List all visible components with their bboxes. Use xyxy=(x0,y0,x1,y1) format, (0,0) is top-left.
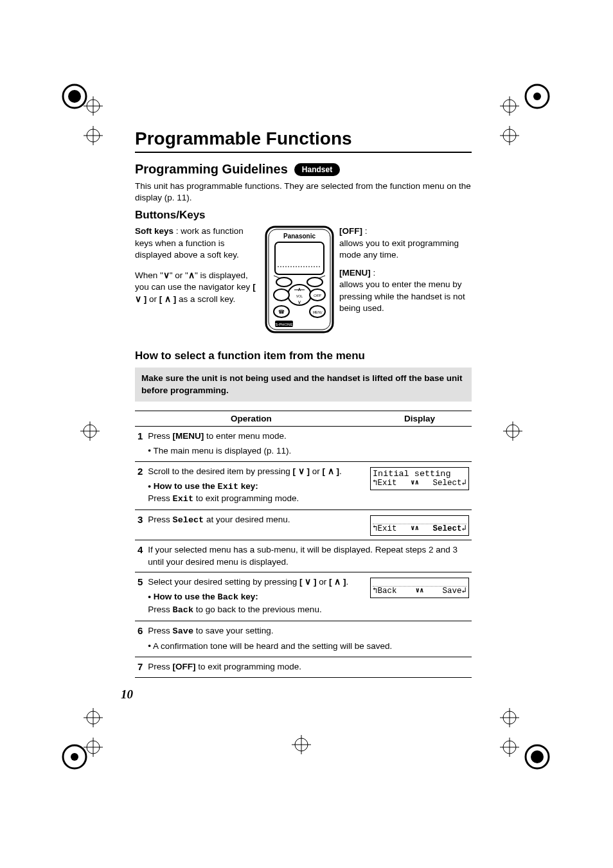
lcd-display: ↰Exit ∨∧ Select↲ xyxy=(370,515,469,535)
step-row-4: 4 If your selected menu has a sub-menu, … xyxy=(135,540,472,572)
step-row-3: 3 Press Select at your desired menu. ↰Ex… xyxy=(135,510,472,540)
step-num: 3 xyxy=(135,510,145,540)
th-operation: Operation xyxy=(135,411,368,426)
step-6-sub: • A confirmation tone will be heard and … xyxy=(148,641,469,653)
vv-icon: ∨∧ xyxy=(415,587,423,596)
heading-2-row: Programming Guidelines Handset xyxy=(135,162,472,177)
step-row-1: 1 Press [MENU] to enter menu mode. • The… xyxy=(135,426,472,461)
cross-mr xyxy=(503,421,522,441)
step-5-sub2: Press Back to go back to the previous me… xyxy=(148,604,365,617)
vv-icon: ∨∧ xyxy=(411,479,419,488)
step-5-op: Select your desired setting by pressing … xyxy=(145,572,368,621)
vv-icon: ∨∧ xyxy=(411,524,419,533)
step-5-sub1: • How to use the Back key: xyxy=(148,591,365,604)
softkeys-label: Soft keys xyxy=(135,226,173,236)
cross-bl2 xyxy=(84,738,103,757)
step-num: 4 xyxy=(135,540,145,572)
step-1-op: Press [MENU] to enter menu mode. • The m… xyxy=(145,426,472,461)
off-text: allows you to exit programming mode any … xyxy=(339,238,459,260)
howto-heading: How to select a function item from the m… xyxy=(135,350,472,362)
cross-tl2 xyxy=(84,126,103,145)
lcd-blank xyxy=(373,517,466,524)
step-2-op: Scroll to the desired item by pressing [… xyxy=(145,461,368,510)
cross-bc xyxy=(292,735,311,754)
step-2-sub1: • How to use the Exit key: xyxy=(148,481,365,493)
step-num: 6 xyxy=(135,621,145,657)
page-number: 10 xyxy=(121,687,133,702)
svg-rect-43 xyxy=(275,242,324,274)
menu-label: [MENU] xyxy=(339,268,371,278)
off-key-desc: [OFF] : allows you to exit programming m… xyxy=(339,226,472,261)
page-content: Programmable Functions Programming Guide… xyxy=(135,128,472,678)
reg-dark-br xyxy=(523,743,551,771)
heading-3: Buttons/Keys xyxy=(135,209,472,222)
svg-point-7 xyxy=(531,750,544,763)
cross-tl xyxy=(84,96,103,116)
cross-tr xyxy=(500,96,519,116)
reg-dark-tr xyxy=(523,82,551,111)
step-num: 2 xyxy=(135,461,145,510)
lcd-line2: ↰Exit ∨∧ Select↲ xyxy=(373,479,466,488)
svg-text:☎: ☎ xyxy=(278,309,285,315)
handset-pill: Handset xyxy=(294,163,340,176)
svg-text:∧: ∧ xyxy=(298,287,301,292)
step-row-2: 2 Scroll to the desired item by pressing… xyxy=(135,461,472,510)
step-2-display: Initial setting ↰Exit ∨∧ Select↲ xyxy=(368,461,472,510)
step-num: 5 xyxy=(135,572,145,621)
step-1-sub: • The main menu is displayed (p. 11). xyxy=(148,445,469,457)
step-4-op: If your selected menu has a sub-menu, it… xyxy=(145,540,472,572)
svg-point-47 xyxy=(276,278,292,287)
svg-point-48 xyxy=(307,278,323,287)
handset-icon: Panasonic ∧ ∨ VOL OFF ☎ MENU xyxy=(262,226,337,333)
step-5-display: ↰Back ∨∧ Save↲ xyxy=(368,572,472,621)
off-label: [OFF] xyxy=(339,226,362,236)
lcd-line2: ↰Back ∨∧ Save↲ xyxy=(373,587,466,596)
cross-tr2 xyxy=(500,126,519,145)
step-7-op: Press [OFF] to exit programming mode. xyxy=(145,657,472,677)
step-row-5: 5 Select your desired setting by pressin… xyxy=(135,572,472,621)
svg-text:OFF: OFF xyxy=(314,294,321,297)
cross-br2 xyxy=(500,738,519,757)
step-row-6: 6 Press Save to save your setting. • A c… xyxy=(135,621,472,657)
svg-text:VOL: VOL xyxy=(296,294,303,298)
steps-table: Operation Display 1 Press [MENU] to ente… xyxy=(135,411,472,678)
buttons-keys-area: Soft keys : work as function keys when a… xyxy=(135,226,472,335)
buttons-right-col: [OFF] : allows you to exit programming m… xyxy=(339,226,472,335)
svg-text:S-PHONE: S-PHONE xyxy=(275,323,292,326)
cross-br xyxy=(500,708,519,727)
handset-brand-label: Panasonic xyxy=(283,233,315,240)
handset-illustration: Panasonic ∧ ∨ VOL OFF ☎ MENU xyxy=(262,226,337,335)
cross-ml xyxy=(80,421,100,441)
step-2-sub2: Press Exit to exit programming mode. xyxy=(148,493,365,506)
svg-point-55 xyxy=(274,289,289,301)
key-up: [ ∧ ] xyxy=(159,294,177,304)
warning-box: Make sure the unit is not being used and… xyxy=(135,368,472,401)
step-num: 1 xyxy=(135,426,145,461)
svg-text:∨: ∨ xyxy=(298,299,301,305)
menu-text: allows you to enter the menu by pressing… xyxy=(339,279,465,312)
step-6-op: Press Save to save your setting. • A con… xyxy=(145,621,472,657)
softkeys-desc: Soft keys : work as function keys when a… xyxy=(135,226,260,261)
step-3-display: ↰Exit ∨∧ Select↲ xyxy=(368,510,472,540)
up-glyph: ∧ xyxy=(188,270,195,280)
intro-text: This unit has programmable functions. Th… xyxy=(135,181,472,204)
cross-bl xyxy=(84,708,103,727)
lcd-display: ↰Back ∨∧ Save↲ xyxy=(370,578,469,598)
svg-point-3 xyxy=(533,93,541,100)
lcd-line1: Initial setting xyxy=(373,469,466,479)
svg-text:MENU: MENU xyxy=(313,310,323,314)
step-3-op: Press Select at your desired menu. xyxy=(145,510,368,540)
step-num: 7 xyxy=(135,657,145,677)
buttons-left-col: Soft keys : work as function keys when a… xyxy=(135,226,260,335)
svg-point-1 xyxy=(68,90,81,103)
menu-key-desc: [MENU] : allows you to enter the menu by… xyxy=(339,267,472,314)
lcd-line2: ↰Exit ∨∧ Select↲ xyxy=(373,524,466,533)
down-glyph: ∨ xyxy=(163,270,170,280)
th-display: Display xyxy=(368,411,472,426)
lcd-blank xyxy=(373,580,466,587)
heading-1: Programmable Functions xyxy=(135,128,472,153)
lcd-display: Initial setting ↰Exit ∨∧ Select↲ xyxy=(370,467,469,490)
svg-point-5 xyxy=(71,753,78,761)
heading-2: Programming Guidelines xyxy=(135,162,288,177)
navigator-desc: When "∨" or "∧" is displayed, you can us… xyxy=(135,270,260,305)
